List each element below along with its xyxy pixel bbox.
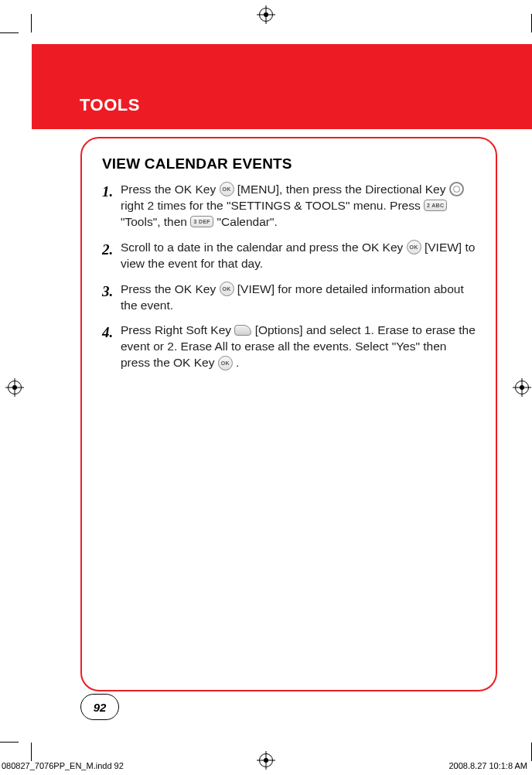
number-3-key-icon: 3 DEF — [190, 216, 213, 227]
crop-mark — [0, 32, 19, 33]
ok-key-icon: OK — [220, 182, 234, 196]
step-text: . — [236, 356, 239, 369]
right-soft-key-icon — [234, 325, 251, 336]
crop-mark — [31, 14, 32, 32]
step-2: 2. Scroll to a date in the calendar and … — [102, 240, 476, 272]
page-title: TOOLS — [80, 95, 140, 115]
registration-mark-icon — [259, 8, 273, 22]
page-frame: TOOLS VIEW CALENDAR EVENTS 1. Press the … — [32, 33, 532, 742]
header-band: TOOLS — [32, 44, 532, 129]
step-number: 4. — [102, 323, 121, 371]
indesign-footer: 080827_7076PP_EN_M.indd 92 2008.8.27 10:… — [0, 758, 532, 775]
footer-timestamp: 2008.8.27 10:1:8 AM — [448, 761, 527, 770]
step-1: 1. Press the OK Key OK [MENU], then pres… — [102, 182, 476, 230]
ok-key-icon: OK — [407, 240, 421, 254]
step-text: "Tools", then — [121, 215, 190, 228]
step-text: [MENU], then press the Directional Key — [237, 183, 449, 196]
step-number: 1. — [102, 182, 121, 230]
step-3: 3. Press the OK Key OK [VIEW] for more d… — [102, 282, 476, 314]
crop-mark — [0, 742, 19, 743]
page-number-badge: 92 — [80, 694, 119, 720]
step-number: 2. — [102, 240, 121, 272]
step-text: right 2 times for the "SETTINGS & TOOLS"… — [121, 199, 424, 212]
ok-key-icon: OK — [220, 282, 234, 296]
directional-key-icon — [449, 182, 464, 196]
step-list: 1. Press the OK Key OK [MENU], then pres… — [102, 182, 476, 371]
content-box: VIEW CALENDAR EVENTS 1. Press the OK Key… — [80, 137, 497, 691]
step-text: Scroll to a date in the calendar and pre… — [121, 241, 407, 254]
footer-filename: 080827_7076PP_EN_M.indd 92 — [2, 761, 124, 770]
step-text: Press the OK Key — [121, 183, 220, 196]
step-text: Press the OK Key — [121, 282, 220, 295]
step-4: 4. Press Right Soft Key [Options] and se… — [102, 323, 476, 371]
step-text: "Calendar". — [217, 215, 278, 228]
step-number: 3. — [102, 282, 121, 314]
number-2-key-icon: 2 ABC — [424, 200, 447, 211]
step-text: Press Right Soft Key — [121, 323, 234, 336]
section-title: VIEW CALENDAR EVENTS — [102, 155, 476, 172]
registration-mark-icon — [8, 381, 22, 394]
ok-key-icon: OK — [218, 356, 233, 370]
